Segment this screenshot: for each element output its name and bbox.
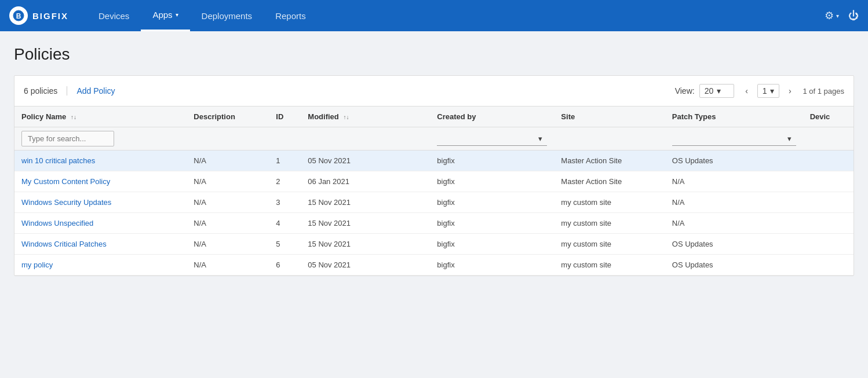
cell-id: 2 — [269, 171, 301, 192]
power-button[interactable]: ⏻ — [848, 10, 859, 22]
col-devices: Devic — [803, 107, 854, 127]
nav-right: ⚙ ▾ ⏻ — [825, 9, 859, 22]
modified-sort-icon: ↑↓ — [343, 114, 349, 120]
cell-site: my custom site — [554, 234, 665, 255]
add-policy-button[interactable]: Add Policy — [67, 86, 115, 96]
policies-table: Policy Name ↑↓ Description ID Modified ↑… — [14, 107, 854, 276]
gear-icon: ⚙ — [825, 9, 834, 22]
description-filter-cell — [187, 127, 269, 151]
policy-link[interactable]: My Custom Content Policy — [21, 177, 110, 186]
cell-policy-name: my policy — [14, 255, 187, 276]
cell-id: 6 — [269, 255, 301, 276]
policy-name-filter-cell — [14, 127, 187, 151]
cell-modified: 15 Nov 2021 — [301, 192, 430, 213]
cell-modified: 15 Nov 2021 — [301, 234, 430, 255]
modified-filter-cell — [301, 127, 430, 151]
table-body: win 10 critical patchesN/A105 Nov 2021bi… — [14, 151, 854, 276]
policy-link[interactable]: my policy — [21, 260, 53, 269]
cell-id: 1 — [269, 151, 301, 171]
patch-types-dropdown-icon: ▾ — [787, 134, 792, 143]
cell-modified: 15 Nov 2021 — [301, 213, 430, 234]
cell-description: N/A — [187, 151, 269, 171]
col-policy-name[interactable]: Policy Name ↑↓ — [14, 107, 187, 127]
table-row: Windows UnspecifiedN/A415 Nov 2021bigfix… — [14, 213, 854, 234]
created-by-dropdown-icon: ▾ — [538, 134, 542, 143]
cell-created-by: bigfix — [430, 192, 554, 213]
cell-description: N/A — [187, 255, 269, 276]
prev-page-button[interactable]: ‹ — [739, 83, 755, 99]
cell-created-by: bigfix — [430, 151, 554, 171]
cell-policy-name: win 10 critical patches — [14, 151, 187, 171]
brand[interactable]: B BIGFIX — [9, 6, 68, 25]
cell-devices — [803, 213, 854, 234]
created-by-filter-select[interactable]: ▾ — [437, 132, 547, 146]
view-size-select[interactable]: 20 ▾ — [699, 84, 734, 98]
patch-types-filter-cell[interactable]: ▾ — [665, 127, 803, 151]
cell-patch-types: OS Updates — [665, 255, 803, 276]
cell-patch-types: N/A — [665, 213, 803, 234]
navbar: B BIGFIX Devices Apps ▾ Deployments Repo… — [0, 0, 868, 31]
cell-patch-types: N/A — [665, 192, 803, 213]
next-page-button[interactable]: › — [782, 83, 798, 99]
cell-modified: 05 Nov 2021 — [301, 255, 430, 276]
apps-dropdown-icon: ▾ — [176, 12, 178, 18]
cell-modified: 06 Jan 2021 — [301, 171, 430, 192]
table-header-row: Policy Name ↑↓ Description ID Modified ↑… — [14, 107, 854, 127]
page-dropdown-icon: ▾ — [770, 86, 774, 96]
power-icon: ⏻ — [848, 10, 859, 22]
policy-link[interactable]: win 10 critical patches — [21, 156, 95, 165]
view-controls: View: 20 ▾ ‹ 1 ▾ › 1 of 1 pages — [675, 83, 844, 99]
policy-link[interactable]: Windows Security Updates — [21, 198, 111, 207]
cell-site: my custom site — [554, 192, 665, 213]
col-modified[interactable]: Modified ↑↓ — [301, 107, 430, 127]
patch-types-filter-select[interactable]: ▾ — [672, 132, 796, 146]
cell-description: N/A — [187, 192, 269, 213]
col-site: Site — [554, 107, 665, 127]
cell-patch-types: OS Updates — [665, 151, 803, 171]
nav-reports[interactable]: Reports — [264, 0, 318, 31]
page-navigation: ‹ 1 ▾ › — [739, 83, 798, 99]
created-by-filter-cell[interactable]: ▾ — [430, 127, 554, 151]
cell-created-by: bigfix — [430, 234, 554, 255]
cell-policy-name: Windows Unspecified — [14, 213, 187, 234]
col-description: Description — [187, 107, 269, 127]
settings-button[interactable]: ⚙ ▾ — [825, 9, 839, 22]
table-row: win 10 critical patchesN/A105 Nov 2021bi… — [14, 151, 854, 171]
table-row: my policyN/A605 Nov 2021bigfixmy custom … — [14, 255, 854, 276]
page-title: Policies — [14, 45, 854, 64]
cell-site: Master Action Site — [554, 151, 665, 171]
brand-icon: B — [9, 6, 28, 25]
policy-link[interactable]: Windows Critical Patches — [21, 240, 107, 248]
policy-name-search-input[interactable] — [21, 131, 114, 146]
cell-policy-name: Windows Security Updates — [14, 192, 187, 213]
cell-devices — [803, 192, 854, 213]
cell-id: 5 — [269, 234, 301, 255]
cell-id: 3 — [269, 192, 301, 213]
col-patch-types: Patch Types — [665, 107, 803, 127]
page-number-select[interactable]: 1 ▾ — [757, 84, 780, 98]
cell-description: N/A — [187, 234, 269, 255]
cell-site: my custom site — [554, 255, 665, 276]
brand-name: BIGFIX — [32, 11, 68, 21]
pages-info: 1 of 1 pages — [803, 87, 844, 96]
cell-devices — [803, 171, 854, 192]
nav-apps[interactable]: Apps ▾ — [141, 0, 189, 31]
cell-devices — [803, 151, 854, 171]
cell-created-by: bigfix — [430, 213, 554, 234]
table-row: Windows Critical PatchesN/A515 Nov 2021b… — [14, 234, 854, 255]
table-toolbar: 6 policies Add Policy View: 20 ▾ ‹ 1 ▾ ›… — [14, 76, 854, 107]
policy-count: 6 policies — [24, 86, 67, 96]
nav-devices[interactable]: Devices — [87, 0, 141, 31]
cell-site: Master Action Site — [554, 171, 665, 192]
cell-patch-types: OS Updates — [665, 234, 803, 255]
settings-caret: ▾ — [836, 13, 839, 19]
cell-created-by: bigfix — [430, 171, 554, 192]
col-created-by: Created by — [430, 107, 554, 127]
cell-site: my custom site — [554, 213, 665, 234]
nav-deployments[interactable]: Deployments — [190, 0, 264, 31]
policy-link[interactable]: Windows Unspecified — [21, 219, 93, 227]
page-content: Policies 6 policies Add Policy View: 20 … — [0, 31, 868, 276]
cell-devices — [803, 234, 854, 255]
cell-devices — [803, 255, 854, 276]
cell-policy-name: Windows Critical Patches — [14, 234, 187, 255]
